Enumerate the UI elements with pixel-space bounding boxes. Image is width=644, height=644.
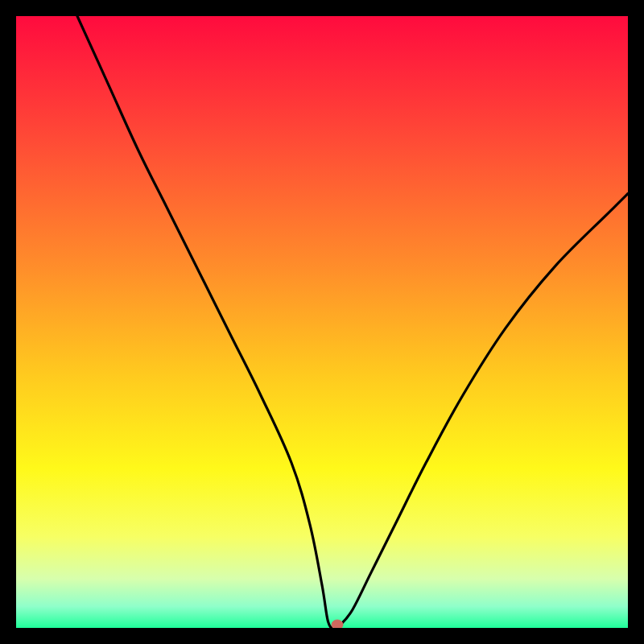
chart-svg bbox=[16, 16, 628, 628]
plot-area: TheBottleneck.com bbox=[16, 16, 628, 628]
gradient-background bbox=[16, 16, 628, 628]
optimal-point-marker bbox=[332, 620, 343, 628]
